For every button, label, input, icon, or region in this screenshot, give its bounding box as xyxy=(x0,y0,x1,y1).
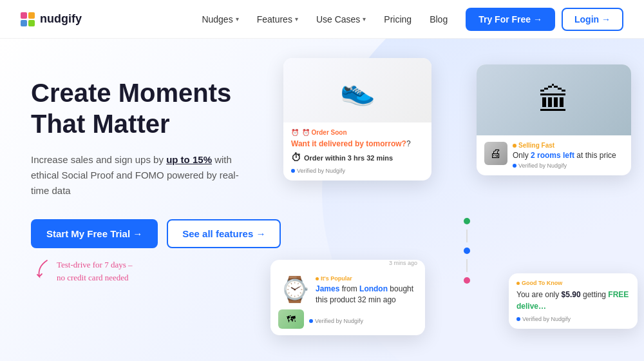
hero-content: Create Moments That Matter Increase sale… xyxy=(0,39,245,361)
clock-icon: ⏰ xyxy=(291,129,299,136)
hero-subtitle: Increase sales and sign ups by up to 15%… xyxy=(31,152,245,199)
delivery-discount-card: Good To Know You are only $5.90 getting … xyxy=(509,273,638,329)
timer-icon: ⏱ xyxy=(291,152,301,164)
start-trial-button[interactable]: Start My Free Trial → xyxy=(31,219,158,248)
chevron-down-icon: ▾ xyxy=(236,15,239,23)
navbar: nudgify Nudges ▾ Features ▾ Use Cases ▾ … xyxy=(0,0,644,39)
delivery-nudge-card: 👟 ⏰ ⏰ Order Soon Want it delivered by to… xyxy=(283,58,431,180)
purchase-nudge-card: 3 mins ago ⌚ It's Popular James from Lon… xyxy=(270,260,425,335)
location-highlight: London xyxy=(359,284,388,293)
delivery-message: Want it delivered by tomorrow?? xyxy=(291,139,424,150)
shoe-product-image: 👟 xyxy=(283,58,431,122)
hero-visuals: 👟 ⏰ ⏰ Order Soon Want it delivered by to… xyxy=(245,39,644,361)
hotel-verified-badge: Verified by Nudgify xyxy=(513,162,616,169)
hotel-nudge-card: 🏛 🖨 Selling Fast Only 2 rooms left at th… xyxy=(477,64,631,175)
verified-dot xyxy=(516,317,520,321)
progress-dot-green xyxy=(464,218,470,224)
time-ago-label: 3 mins ago xyxy=(270,260,425,266)
order-soon-tag: ⏰ ⏰ Order Soon xyxy=(291,129,424,136)
brand-name: nudgify xyxy=(40,12,82,26)
verified-dot xyxy=(309,319,313,323)
building-icon: 🏛 xyxy=(538,83,569,118)
watch-image: ⌚ xyxy=(278,275,310,304)
logo-sq-4 xyxy=(28,20,35,26)
progress-dot-pink xyxy=(464,277,470,284)
gtk-dot xyxy=(516,282,520,285)
popular-tag: It's Popular xyxy=(316,275,417,282)
watch-info: It's Popular James from London bought th… xyxy=(316,275,417,306)
hotel-image: 🏛 xyxy=(477,64,631,135)
card-shoe-body: ⏰ ⏰ Order Soon Want it delivered by tomo… xyxy=(283,122,431,180)
cta-row: Start My Free Trial → See all features → xyxy=(31,219,245,248)
timer-row: ⏱ Order within 3 hrs 32 mins xyxy=(291,152,424,164)
progress-line xyxy=(466,229,468,242)
chevron-down-icon: ▾ xyxy=(363,15,366,23)
good-to-know-tag: Good To Know xyxy=(516,280,630,286)
progress-dot-blue xyxy=(464,248,470,254)
login-button[interactable]: Login → xyxy=(562,8,623,31)
verified-dot xyxy=(513,164,516,168)
progress-indicator xyxy=(464,218,470,284)
verified-badge: Verified by Nudgify xyxy=(291,168,424,174)
map-row: 🗺 Verified by Nudgify xyxy=(270,309,425,335)
logo-sq-3 xyxy=(21,20,27,26)
logo-sq-1 xyxy=(21,12,27,19)
verified-dot xyxy=(291,169,295,173)
logo-sq-2 xyxy=(28,12,35,19)
watch-card-top: ⌚ It's Popular James from London bought … xyxy=(270,269,425,309)
arrow-icon xyxy=(34,257,53,283)
see-features-button[interactable]: See all features → xyxy=(167,219,281,248)
hotel-info: Selling Fast Only 2 rooms left at this p… xyxy=(513,142,616,169)
nav-pricing[interactable]: Pricing xyxy=(376,9,419,30)
nav-blog[interactable]: Blog xyxy=(422,9,455,30)
purchase-message: James from London bought this product 32… xyxy=(316,284,417,306)
logo-icon xyxy=(21,12,35,26)
nav-links: Nudges ▾ Features ▾ Use Cases ▾ Pricing … xyxy=(194,9,455,30)
chevron-down-icon: ▾ xyxy=(295,15,298,23)
nav-features[interactable]: Features ▾ xyxy=(249,9,306,30)
hero-section: Create Moments That Matter Increase sale… xyxy=(0,39,644,361)
hero-title: Create Moments That Matter xyxy=(31,77,245,139)
nav-use-cases[interactable]: Use Cases ▾ xyxy=(308,9,374,30)
try-for-free-button[interactable]: Try For Free → xyxy=(466,8,555,31)
logo[interactable]: nudgify xyxy=(21,12,82,26)
map-thumbnail: 🗺 xyxy=(278,309,304,329)
progress-line xyxy=(466,259,468,272)
trial-note: Test-drive for 7 days –no credit card ne… xyxy=(57,259,245,284)
popular-dot xyxy=(316,277,319,280)
hotel-card-body: 🖨 Selling Fast Only 2 rooms left at this… xyxy=(477,135,631,175)
delivery-discount-message: You are only $5.90 getting FREE delive… xyxy=(516,289,630,312)
highlight-text: up to 15% xyxy=(166,154,212,165)
selling-fast-tag: Selling Fast xyxy=(513,142,616,149)
delivery-verified-badge: Verified by Nudgify xyxy=(516,316,630,322)
watch-icon: ⌚ xyxy=(278,275,310,304)
rooms-message: Only 2 rooms left at this price xyxy=(513,151,616,160)
selling-dot xyxy=(513,144,516,148)
delivery-card-body: Good To Know You are only $5.90 getting … xyxy=(509,273,638,329)
hotel-thumbnail: 🖨 xyxy=(484,142,507,165)
handwritten-note: Test-drive for 7 days –no credit card ne… xyxy=(57,259,245,284)
nav-nudges[interactable]: Nudges ▾ xyxy=(194,9,246,30)
watch-verified-badge: Verified by Nudgify xyxy=(309,318,363,324)
